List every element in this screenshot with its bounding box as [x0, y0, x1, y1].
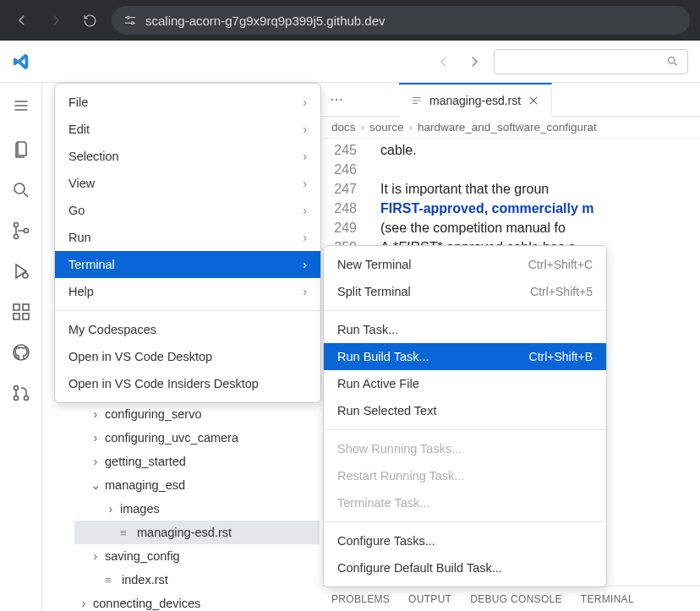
breadcrumb-segment[interactable]: source — [369, 121, 404, 134]
menu-item-selection[interactable]: Selection› — [55, 143, 320, 170]
chevron-down-icon: ⌄ — [90, 478, 101, 492]
browser-chrome: scaling-acorn-g7g9x9rq9p399j5.github.dev — [0, 0, 700, 41]
svg-rect-9 — [14, 314, 19, 319]
breadcrumb[interactable]: docs›source›hardware_and_software_config… — [321, 117, 700, 139]
svg-point-5 — [14, 235, 18, 239]
submenu-item-terminate-task: Terminate Task... — [324, 489, 606, 516]
submenu-item-run-task[interactable]: Run Task... — [324, 316, 606, 343]
svg-point-14 — [14, 396, 18, 401]
browser-forward-button[interactable] — [44, 8, 68, 32]
submenu-item-run-active-file[interactable]: Run Active File — [324, 370, 606, 397]
editor-tab[interactable]: managing-esd.rst — [399, 83, 552, 117]
run-debug-icon[interactable] — [10, 260, 32, 282]
main-menu-popup: File›Edit›Selection›View›Go›Run›Terminal… — [54, 83, 321, 403]
panel-tab-problems[interactable]: PROBLEMS — [331, 593, 390, 605]
chevron-right-icon: › — [303, 231, 307, 244]
submenu-item-split-terminal[interactable]: Split TerminalCtrl+Shift+5 — [324, 278, 606, 305]
panel-tab-output[interactable]: OUTPUT — [408, 593, 451, 605]
explorer-icon[interactable] — [10, 139, 32, 161]
submenu-item-new-terminal[interactable]: New TerminalCtrl+Shift+C — [324, 251, 606, 278]
menu-item-open-in-vs-code-desktop[interactable]: Open in VS Code Desktop — [55, 343, 320, 370]
panel-tab-debug-console[interactable]: DEBUG CONSOLE — [470, 593, 562, 605]
file-icon: ≡ — [105, 574, 118, 586]
submenu-item-run-selected-text[interactable]: Run Selected Text — [324, 397, 606, 424]
chevron-right-icon: › — [303, 95, 307, 109]
breadcrumb-segment[interactable]: docs — [331, 121, 356, 134]
chevron-right-icon: › — [303, 123, 307, 136]
tree-file[interactable]: ≡index.rst — [74, 568, 320, 592]
extensions-icon[interactable] — [10, 301, 32, 323]
menu-hamburger-button[interactable] — [10, 95, 32, 117]
search-icon — [666, 55, 679, 68]
vscode-logo-icon — [12, 52, 30, 71]
menu-item-edit[interactable]: Edit› — [55, 116, 320, 143]
tree-label: configuring_uvc_camera — [105, 431, 238, 445]
source-control-icon[interactable] — [10, 220, 32, 242]
menu-item-terminal[interactable]: Terminal› — [55, 251, 320, 278]
chevron-right-icon: › — [78, 597, 90, 610]
panel-tab-terminal[interactable]: TERMINAL — [581, 593, 634, 605]
chevron-right-icon: › — [90, 549, 101, 563]
tree-label: images — [120, 502, 160, 516]
tree-folder[interactable]: ›connecting_devices — [74, 592, 320, 611]
svg-point-0 — [127, 16, 129, 19]
tree-folder[interactable]: ›getting_started — [74, 450, 320, 473]
chevron-right-icon: › — [303, 285, 307, 298]
tree-label: getting_started — [105, 455, 186, 468]
file-icon: ≡ — [120, 526, 134, 539]
terminal-submenu-popup: New TerminalCtrl+Shift+CSplit TerminalCt… — [323, 245, 607, 587]
submenu-item-configure-tasks[interactable]: Configure Tasks... — [324, 527, 606, 554]
submenu-item-show-running-tasks: Show Running Tasks... — [324, 435, 606, 462]
chevron-right-icon: › — [303, 258, 307, 271]
menu-item-go[interactable]: Go› — [55, 197, 320, 224]
tree-folder[interactable]: ›saving_config — [74, 544, 320, 568]
close-icon[interactable] — [528, 95, 539, 106]
menu-item-view[interactable]: View› — [55, 170, 320, 197]
browser-back-button[interactable] — [10, 8, 34, 32]
github-icon[interactable] — [10, 341, 32, 363]
menu-item-file[interactable]: File› — [55, 89, 320, 116]
sidebar: File›Edit›Selection›View›Go›Run›Terminal… — [42, 83, 321, 611]
browser-url-bar[interactable]: scaling-acorn-g7g9x9rq9p399j5.github.dev — [112, 6, 690, 35]
site-settings-icon[interactable] — [123, 14, 137, 27]
svg-point-1 — [131, 22, 134, 25]
chevron-right-icon: › — [303, 177, 307, 190]
tree-folder[interactable]: ›configuring_servo — [74, 402, 320, 426]
svg-rect-11 — [23, 304, 29, 310]
svg-point-15 — [24, 396, 28, 401]
submenu-item-run-build-task[interactable]: Run Build Task...Ctrl+Shift+B — [324, 343, 606, 370]
browser-reload-button[interactable] — [78, 8, 101, 32]
command-center-search[interactable] — [494, 49, 688, 74]
tree-file[interactable]: ≡managing-esd.rst — [74, 521, 320, 544]
menu-item-run[interactable]: Run› — [55, 224, 320, 251]
svg-point-13 — [14, 386, 18, 390]
activity-bar — [0, 83, 42, 611]
menu-item-help[interactable]: Help› — [55, 278, 320, 305]
tree-folder[interactable]: ›images — [74, 497, 320, 521]
submenu-item-configure-default-build-task[interactable]: Configure Default Build Task... — [324, 554, 606, 581]
tree-label: connecting_devices — [93, 597, 200, 610]
svg-point-3 — [14, 183, 25, 194]
tree-label: index.rst — [122, 573, 168, 586]
svg-point-7 — [23, 273, 28, 278]
chevron-right-icon: › — [90, 431, 101, 445]
tree-label: saving_config — [105, 549, 180, 563]
url-text: scaling-acorn-g7g9x9rq9p399j5.github.dev — [145, 14, 386, 28]
editor-nav-forward-button[interactable] — [463, 51, 485, 73]
svg-point-2 — [669, 57, 675, 64]
breadcrumb-segment[interactable]: hardware_and_software_configurat — [418, 121, 597, 134]
chevron-right-icon: › — [303, 150, 307, 163]
editor-tab-bar: ⋯ managing-esd.rst — [321, 83, 700, 117]
pull-request-icon[interactable] — [10, 382, 32, 404]
tree-folder[interactable]: ⌄managing_esd — [74, 473, 320, 497]
svg-point-6 — [24, 229, 28, 233]
tab-overflow-button[interactable]: ⋯ — [321, 91, 352, 107]
menu-item-open-in-vs-code-insiders-desktop[interactable]: Open in VS Code Insiders Desktop — [55, 370, 320, 397]
menu-item-my-codespaces[interactable]: My Codespaces — [55, 316, 320, 343]
tree-folder[interactable]: ›configuring_uvc_camera — [74, 426, 320, 450]
editor-nav-back-button[interactable] — [433, 51, 455, 73]
tab-label: managing-esd.rst — [429, 94, 521, 107]
search-activity-icon[interactable] — [10, 179, 32, 201]
svg-point-4 — [14, 223, 18, 227]
chevron-right-icon: › — [90, 455, 101, 468]
